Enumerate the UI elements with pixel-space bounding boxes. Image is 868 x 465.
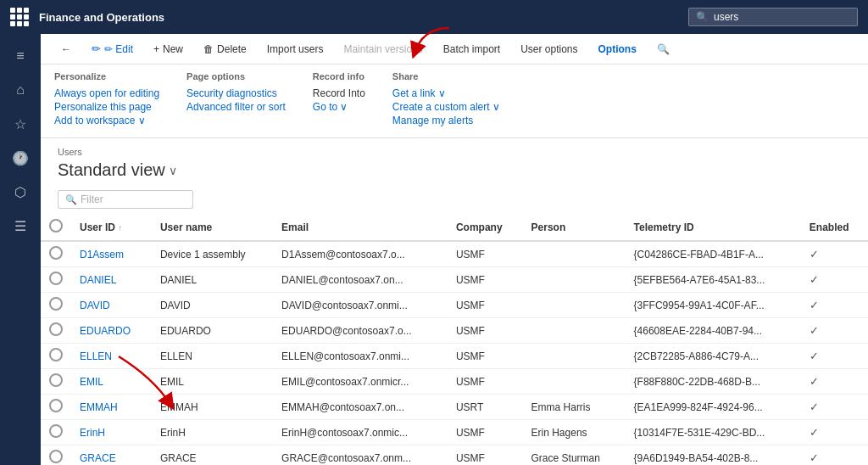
table-row[interactable]: GRACE GRACE GRACE@contosoax7.onm... USMF… bbox=[41, 445, 868, 466]
view-chevron-icon[interactable]: ∨ bbox=[169, 164, 177, 177]
header-selector[interactable] bbox=[49, 219, 63, 232]
row-selector[interactable] bbox=[49, 399, 63, 412]
sidebar-workspaces-icon[interactable]: ⬡ bbox=[5, 176, 36, 207]
go-to-link[interactable]: Go to ∨ bbox=[313, 100, 365, 114]
person-cell: Emma Harris bbox=[523, 395, 626, 420]
get-link-link[interactable]: Get a link ∨ bbox=[392, 87, 500, 100]
table-row[interactable]: EMMAH EMMAH EMMAH@contosoax7.on... USRT … bbox=[41, 395, 868, 420]
enabled-column-header[interactable]: Enabled bbox=[801, 214, 868, 241]
row-selector[interactable] bbox=[49, 373, 63, 387]
back-button[interactable]: ← bbox=[54, 40, 78, 59]
import-users-button[interactable]: Import users bbox=[260, 40, 331, 59]
username-cell: EDUARDO bbox=[152, 318, 273, 344]
userid-cell[interactable]: DAVID bbox=[71, 293, 152, 318]
command-bar: ← ✏ ✏ Edit + New 🗑 Delete Import users bbox=[41, 34, 868, 64]
filter-input[interactable] bbox=[81, 193, 191, 205]
userid-cell[interactable]: EMIL bbox=[71, 369, 152, 395]
row-selector-cell[interactable] bbox=[41, 267, 71, 293]
always-open-editing-link[interactable]: Always open for editing bbox=[54, 87, 159, 100]
row-selector-cell[interactable] bbox=[41, 293, 71, 318]
userid-cell[interactable]: D1Assem bbox=[71, 241, 152, 267]
email-cell: D1Assem@contosoax7.o... bbox=[273, 241, 448, 267]
row-selector-cell[interactable] bbox=[41, 420, 71, 445]
app-grid-icon[interactable] bbox=[10, 8, 29, 26]
row-selector-cell[interactable] bbox=[41, 318, 71, 344]
telemetry-cell: {9A6D1949-BA54-402B-8... bbox=[626, 445, 801, 466]
row-selector-cell[interactable] bbox=[41, 344, 71, 369]
enabled-cell: ✓ bbox=[801, 420, 868, 445]
row-selector[interactable] bbox=[49, 297, 63, 311]
telemetry-cell: {2CB72285-A886-4C79-A... bbox=[626, 344, 801, 369]
user-options-button[interactable]: User options bbox=[514, 40, 584, 59]
table-row[interactable]: ELLEN ELLEN ELLEN@contosoax7.onmi... USM… bbox=[41, 344, 868, 369]
username-cell: GRACE bbox=[152, 445, 273, 466]
company-column-header[interactable]: Company bbox=[448, 214, 523, 241]
create-custom-alert-link[interactable]: Create a custom alert ∨ bbox=[392, 100, 500, 114]
username-column-header[interactable]: User name bbox=[152, 214, 273, 241]
person-cell bbox=[523, 241, 626, 267]
delete-button[interactable]: 🗑 Delete bbox=[197, 40, 253, 59]
enabled-cell: ✓ bbox=[801, 241, 868, 267]
sort-icon: ↑ bbox=[118, 223, 122, 232]
table-row[interactable]: D1Assem Device 1 assembly D1Assem@contos… bbox=[41, 241, 868, 267]
new-button[interactable]: + New bbox=[147, 40, 190, 59]
add-to-workspace-link[interactable]: Add to workspace ∨ bbox=[54, 114, 159, 127]
person-cell bbox=[523, 344, 626, 369]
options-button[interactable]: Options bbox=[592, 40, 643, 59]
userid-cell[interactable]: DANIEL bbox=[71, 267, 152, 293]
filter-input-container[interactable]: 🔍 bbox=[58, 190, 193, 209]
maintain-versions-button[interactable]: Maintain versions bbox=[337, 40, 429, 59]
personalize-page-link[interactable]: Personalize this page bbox=[54, 100, 159, 114]
batch-import-button[interactable]: Batch import bbox=[437, 40, 507, 59]
username-cell: ErinH bbox=[152, 420, 273, 445]
userid-cell[interactable]: ErinH bbox=[71, 420, 152, 445]
table-row[interactable]: EDUARDO EDUARDO EDUARDO@contosoax7.o... … bbox=[41, 318, 868, 344]
row-selector[interactable] bbox=[49, 272, 63, 285]
telemetry-cell: {3FFC9954-99A1-4C0F-AF... bbox=[626, 293, 801, 318]
share-group: Share Get a link ∨ Create a custom alert… bbox=[392, 71, 500, 127]
sidebar-menu-icon[interactable]: ≡ bbox=[5, 41, 36, 71]
page-header: Users Standard view ∨ bbox=[41, 138, 868, 185]
row-selector[interactable] bbox=[49, 424, 63, 438]
table-row[interactable]: ErinH ErinH ErinH@contosoax7.onmic... US… bbox=[41, 420, 868, 445]
sidebar-modules-icon[interactable]: ☰ bbox=[5, 210, 36, 241]
row-selector-cell[interactable] bbox=[41, 369, 71, 395]
manage-alerts-link[interactable]: Manage my alerts bbox=[392, 114, 500, 127]
email-cell: GRACE@contosoax7.onm... bbox=[273, 445, 448, 466]
row-selector-cell[interactable] bbox=[41, 241, 71, 267]
table-row[interactable]: DANIEL DANIEL DANIEL@contosoax7.on... US… bbox=[41, 267, 868, 293]
row-selector-cell[interactable] bbox=[41, 395, 71, 420]
username-cell: DAVID bbox=[152, 293, 273, 318]
person-cell bbox=[523, 318, 626, 344]
userid-cell[interactable]: EDUARDO bbox=[71, 318, 152, 344]
personalize-group: Personalize Always open for editing Pers… bbox=[54, 71, 159, 127]
row-selector[interactable] bbox=[49, 246, 63, 260]
edit-button[interactable]: ✏ ✏ Edit bbox=[85, 39, 140, 59]
telemetry-column-header[interactable]: Telemetry ID bbox=[626, 214, 801, 241]
row-selector[interactable] bbox=[49, 450, 63, 463]
table-row[interactable]: EMIL EMIL EMIL@contosoax7.onmicr... USMF… bbox=[41, 369, 868, 395]
security-diagnostics-link[interactable]: Security diagnostics bbox=[186, 87, 286, 100]
sidebar-favorites-icon[interactable]: ☆ bbox=[5, 109, 36, 139]
check-icon: ✓ bbox=[810, 375, 819, 388]
email-column-header[interactable]: Email bbox=[273, 214, 448, 241]
userid-cell[interactable]: EMMAH bbox=[71, 395, 152, 420]
person-column-header[interactable]: Person bbox=[523, 214, 626, 241]
company-cell: USMF bbox=[448, 445, 523, 466]
global-search[interactable]: 🔍 bbox=[688, 8, 858, 26]
edit-icon: ✏ bbox=[92, 42, 101, 55]
global-search-input[interactable] bbox=[714, 11, 849, 23]
userid-cell[interactable]: ELLEN bbox=[71, 344, 152, 369]
userid-cell[interactable]: GRACE bbox=[71, 445, 152, 466]
userid-column-header[interactable]: User ID ↑ bbox=[71, 214, 152, 241]
row-selector[interactable] bbox=[49, 348, 63, 361]
sidebar-home-icon[interactable]: ⌂ bbox=[5, 75, 36, 105]
row-selector-cell[interactable] bbox=[41, 445, 71, 466]
row-selector[interactable] bbox=[49, 322, 63, 336]
table-row[interactable]: DAVID DAVID DAVID@contosoax7.onmi... USM… bbox=[41, 293, 868, 318]
advanced-filter-link[interactable]: Advanced filter or sort bbox=[186, 100, 286, 114]
check-icon: ✓ bbox=[810, 273, 819, 286]
search-button[interactable]: 🔍 bbox=[650, 40, 676, 59]
enabled-cell: ✓ bbox=[801, 344, 868, 369]
sidebar-recent-icon[interactable]: 🕐 bbox=[5, 143, 36, 173]
